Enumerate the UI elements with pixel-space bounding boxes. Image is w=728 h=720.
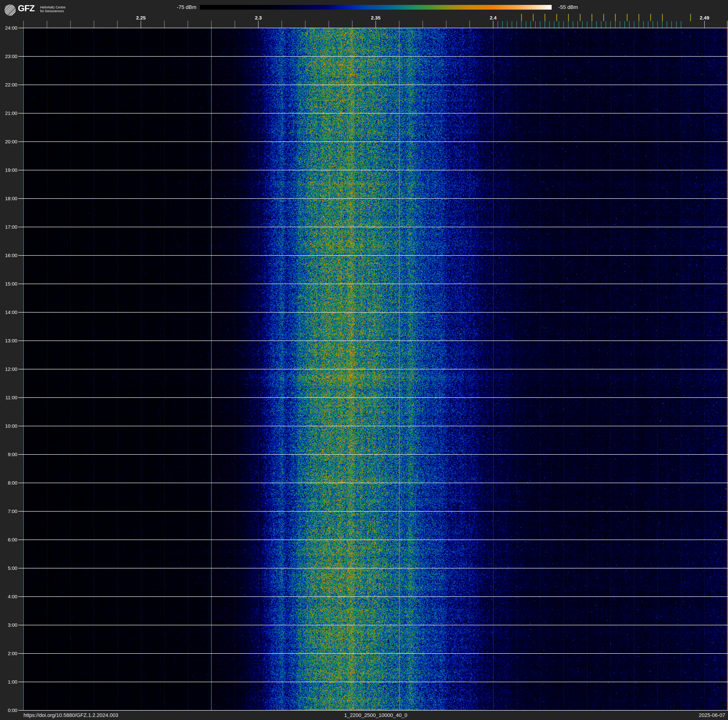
- freq-minor-tick: [23, 21, 24, 28]
- hour-gridline: [18, 198, 728, 199]
- freq-minor-tick: [399, 21, 399, 28]
- hour-label: 8:00: [0, 480, 17, 486]
- brand-name: GFZ: [18, 4, 35, 13]
- hour-label: 14:00: [0, 309, 17, 316]
- hour-label: 12:00: [0, 366, 17, 372]
- freq-minor-tick: [117, 21, 118, 28]
- ble-channel-tick: [592, 21, 592, 28]
- freq-minor-tick: [47, 21, 47, 28]
- hour-gridline: [18, 625, 728, 625]
- ble-channel-tick: [502, 21, 503, 28]
- freq-tick-label: 2.3: [255, 15, 262, 21]
- freq-tick-label: 2.35: [371, 15, 381, 21]
- brand-subtitle-line2: for Geosciences: [40, 9, 66, 13]
- hour-label: 4:00: [0, 594, 17, 600]
- wifi-channel-tick: [592, 14, 592, 21]
- wifi-channel-tick: [662, 14, 663, 21]
- ble-channel-tick: [587, 21, 587, 28]
- ble-channel-tick: [629, 21, 630, 28]
- freq-minor-tick: [188, 21, 188, 28]
- hour-label: 11:00: [0, 395, 17, 401]
- ble-channel-tick: [671, 21, 672, 28]
- hour-label: 22:00: [0, 82, 17, 88]
- hour-gridline: [18, 369, 728, 369]
- ble-channel-tick: [643, 21, 644, 28]
- brand-subtitle-line1: Helmholtz Centre: [40, 6, 66, 9]
- hour-gridline: [18, 596, 728, 597]
- hour-gridline: [18, 340, 728, 341]
- freq-minor-tick: [422, 21, 423, 28]
- ble-channel-tick: [639, 21, 639, 28]
- ble-channel-tick: [498, 21, 498, 28]
- hour-gridline: [18, 511, 728, 512]
- ble-channel-tick: [681, 21, 681, 28]
- ble-channel-tick: [578, 21, 578, 28]
- ble-channel-tick: [526, 21, 526, 28]
- freq-edge-tick: [727, 21, 728, 28]
- ble-channel-tick: [568, 21, 569, 28]
- ble-channel-tick: [610, 21, 611, 28]
- freq-minor-tick: [352, 21, 352, 28]
- brand-subtitle: Helmholtz Centre for Geosciences: [40, 6, 66, 13]
- wifi-channel-tick: [580, 14, 581, 21]
- hour-gridline: [18, 568, 728, 568]
- freq-major-tick: [141, 21, 141, 28]
- ble-channel-tick: [507, 21, 508, 28]
- ble-channel-tick: [667, 21, 667, 28]
- freq-minor-tick: [211, 21, 212, 28]
- hour-label: 6:00: [0, 537, 17, 543]
- ble-channel-tick: [648, 21, 648, 28]
- freq-major-tick: [258, 21, 258, 28]
- freq-tick-label: 2.25: [136, 15, 146, 21]
- ble-channel-tick: [615, 21, 615, 28]
- freq-minor-tick: [70, 21, 71, 28]
- hour-gridline: [18, 227, 728, 227]
- ble-channel-tick: [634, 21, 634, 28]
- ble-channel-tick: [531, 21, 531, 28]
- freq-major-tick: [376, 21, 376, 28]
- ble-channel-tick: [582, 21, 583, 28]
- hour-label: 16:00: [0, 252, 17, 259]
- hour-gridline: [18, 454, 728, 455]
- ble-channel-tick: [512, 21, 512, 28]
- hour-label: 0:00: [0, 707, 17, 714]
- ble-channel-tick: [676, 21, 677, 28]
- hour-label: 1:00: [0, 679, 17, 685]
- wifi-channel-tick: [568, 14, 569, 21]
- hour-label: 17:00: [0, 224, 17, 230]
- hour-label: 21:00: [0, 110, 17, 116]
- wifi-channel-tick: [603, 14, 604, 21]
- hour-gridline: [18, 653, 728, 654]
- hour-label: 13:00: [0, 338, 17, 344]
- wifi-channel-tick: [627, 14, 627, 21]
- freq-minor-tick: [235, 21, 235, 28]
- ble-channel-tick: [544, 21, 545, 28]
- ble-channel-tick: [606, 21, 606, 28]
- ble-channel-tick: [624, 21, 625, 28]
- hour-label: 9:00: [0, 451, 17, 458]
- spectrogram-page: GFZ Helmholtz Centre for Geosciences -75…: [0, 0, 728, 720]
- hour-label: 5:00: [0, 565, 17, 571]
- hour-label: 20:00: [0, 139, 17, 145]
- hour-gridline: [18, 28, 728, 28]
- hour-gridline: [18, 682, 728, 682]
- hour-gridline: [18, 255, 728, 256]
- hour-label: 3:00: [0, 622, 17, 628]
- doi-link: https://doi.org/10.5880/GFZ.1.2.2024.003: [23, 712, 118, 718]
- ble-channel-tick: [559, 21, 559, 28]
- wifi-channel-tick: [544, 14, 545, 21]
- ble-channel-tick: [620, 21, 620, 28]
- hour-label: 7:00: [0, 508, 17, 515]
- freq-minor-tick: [94, 21, 94, 28]
- freq-minor-tick: [446, 21, 447, 28]
- ble-channel-tick: [573, 21, 573, 28]
- hour-gridline: [18, 113, 728, 113]
- freq-minor-tick: [329, 21, 329, 28]
- freq-major-tick: [493, 21, 493, 28]
- ble-channel-tick: [540, 21, 540, 28]
- hour-label: 23:00: [0, 54, 17, 60]
- ble-channel-tick: [554, 21, 554, 28]
- hour-gridline: [18, 426, 728, 426]
- wifi-channel-tick: [650, 14, 651, 21]
- hour-label: 10:00: [0, 423, 17, 429]
